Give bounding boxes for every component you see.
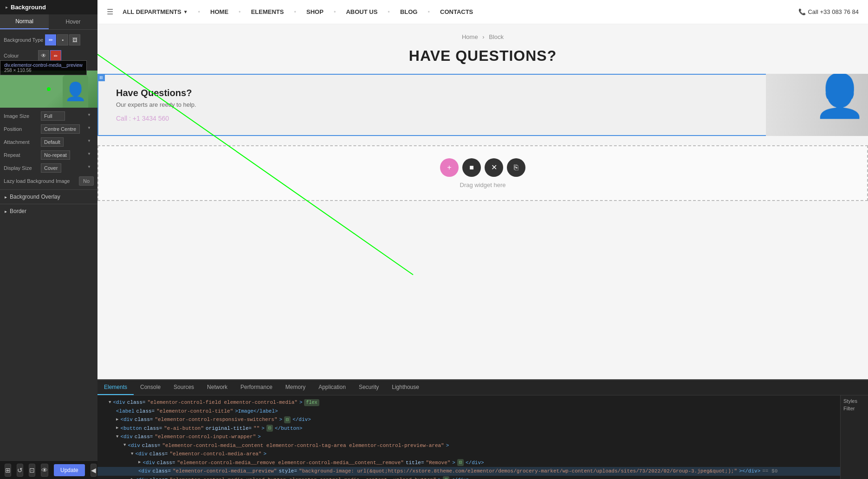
code-badge-4[interactable]: ⊡ bbox=[266, 425, 273, 432]
devtab-memory[interactable]: Memory bbox=[279, 380, 312, 395]
bg-type-square[interactable]: ▪ bbox=[57, 34, 68, 45]
bg-type-image[interactable]: 🖼 bbox=[69, 34, 80, 45]
devtab-elements[interactable]: Elements bbox=[97, 380, 134, 395]
code-line-7: ▼ <div class= "elementor-control-media-a… bbox=[97, 450, 840, 459]
devtools-code-panel: ▼ <div class= "elementor-control-field e… bbox=[97, 395, 840, 479]
devtab-performance[interactable]: Performance bbox=[234, 380, 279, 395]
image-size-label: Image Size bbox=[4, 113, 41, 119]
image-size-select[interactable]: Full Auto Custom bbox=[41, 111, 65, 121]
position-wrapper: Centre Centre bbox=[41, 124, 94, 134]
code-badge-8[interactable]: ⊡ bbox=[457, 459, 464, 466]
code-badge-flex-1[interactable]: flex bbox=[304, 399, 319, 406]
filter-label[interactable]: Filter bbox=[843, 406, 865, 411]
image-preview[interactable]: 👤 bbox=[0, 71, 97, 108]
border-section[interactable]: ▸ Border bbox=[0, 204, 97, 218]
devtab-lighthouse[interactable]: Lighthouse bbox=[385, 380, 426, 395]
drag-widget-area[interactable]: + ■ ✕ ⎘ Drag widget here bbox=[97, 145, 868, 201]
colour-eye[interactable]: 👁 bbox=[38, 50, 49, 61]
colour-label: Colour bbox=[4, 53, 36, 58]
nav-shop[interactable]: SHOP bbox=[306, 8, 324, 15]
devtab-security[interactable]: Security bbox=[352, 380, 385, 395]
position-select[interactable]: Centre Centre bbox=[41, 124, 80, 134]
templates-icon-btn[interactable]: ⊡ bbox=[29, 464, 35, 477]
lazy-load-toggle[interactable]: No bbox=[79, 176, 94, 186]
code-tag-4b: > bbox=[261, 425, 265, 433]
widget-square-btn[interactable]: ■ bbox=[462, 158, 481, 177]
history-icon-btn[interactable]: ↺ bbox=[17, 464, 23, 477]
expand-arrow-4[interactable]: ▶ bbox=[116, 425, 118, 432]
expand-arrow-1[interactable]: ▼ bbox=[109, 400, 111, 406]
all-departments-link[interactable]: ALL DEPARTMENTS ▼ bbox=[123, 8, 188, 15]
questions-section[interactable]: Have Questions? Our experts are reedy to… bbox=[97, 74, 868, 136]
code-tag-10: <div bbox=[135, 476, 147, 479]
nav-about[interactable]: ABOUT US bbox=[346, 8, 377, 15]
attachment-label: Attachment bbox=[4, 139, 41, 145]
colour-pencil[interactable]: ✏ bbox=[50, 50, 61, 61]
code-attr-6: class= bbox=[142, 442, 161, 450]
select-controls: Image Size Full Auto Custom Position Cen… bbox=[0, 108, 97, 189]
questions-subtitle: Our experts are reedy to help. bbox=[116, 101, 849, 108]
code-badge-10[interactable]: ⊡ bbox=[443, 476, 449, 479]
code-tag-5: <div bbox=[120, 433, 132, 441]
code-tag-8: <div bbox=[143, 459, 155, 467]
code-val-7: "elementor-control-media-area" bbox=[169, 450, 261, 458]
expand-arrow-6[interactable]: ▼ bbox=[123, 442, 126, 449]
nav-blog[interactable]: BLOG bbox=[400, 8, 418, 15]
breadcrumb-home[interactable]: Home bbox=[462, 33, 478, 40]
code-attr-8: class= bbox=[157, 459, 175, 467]
code-val-8b: "Remove" bbox=[426, 459, 451, 467]
border-arrow: ▸ bbox=[5, 209, 7, 214]
breadcrumb: Home › Block bbox=[97, 24, 868, 45]
section-handle[interactable]: ⊞ bbox=[97, 74, 105, 81]
expand-arrow-7[interactable]: ▼ bbox=[131, 451, 133, 458]
code-tag-10b: > bbox=[438, 476, 441, 479]
collapse-panel-btn[interactable]: ◀ bbox=[91, 464, 97, 477]
nav-dot-6: • bbox=[428, 8, 430, 15]
widget-add-btn[interactable]: + bbox=[440, 158, 459, 177]
nav-contacts[interactable]: CONTACTS bbox=[440, 8, 473, 15]
code-tag-3c: </div> bbox=[292, 416, 311, 424]
plus-icon: + bbox=[447, 163, 451, 172]
devtab-application[interactable]: Application bbox=[312, 380, 352, 395]
widget-x-btn[interactable]: ✕ bbox=[485, 158, 503, 177]
code-line-3: ▶ <div class= "elementor-control-respons… bbox=[97, 415, 840, 424]
code-attr-4: class= bbox=[144, 425, 162, 433]
panel-header-arrow: ▸ bbox=[6, 5, 8, 10]
display-size-select[interactable]: Cover bbox=[41, 163, 61, 173]
repeat-select[interactable]: No-repeat bbox=[41, 150, 70, 160]
devtab-sources[interactable]: Sources bbox=[167, 380, 201, 395]
devtab-console[interactable]: Console bbox=[134, 380, 167, 395]
devtab-network[interactable]: Network bbox=[201, 380, 234, 395]
bg-overlay-label: Background Overlay bbox=[10, 194, 60, 200]
styles-label[interactable]: Styles bbox=[843, 398, 865, 404]
expand-arrow-3[interactable]: ▶ bbox=[116, 417, 118, 423]
attachment-select[interactable]: Default bbox=[41, 137, 64, 147]
tab-normal[interactable]: Normal bbox=[0, 14, 49, 29]
layers-icon-btn[interactable]: ⊞ bbox=[5, 464, 11, 477]
bg-type-row: Background Type ✏ ▪ 🖼 bbox=[4, 34, 94, 45]
widget-copy-btn[interactable]: ⎘ bbox=[507, 158, 525, 177]
bg-overlay-section[interactable]: ▸ Background Overlay bbox=[0, 189, 97, 204]
bg-type-pencil[interactable]: ✏ bbox=[45, 34, 56, 45]
repeat-row: Repeat No-repeat bbox=[4, 150, 94, 160]
code-line-1: ▼ <div class= "elementor-control-field e… bbox=[97, 398, 840, 407]
eye-icon-btn[interactable]: 👁 bbox=[41, 464, 48, 477]
nav-home[interactable]: HOME bbox=[210, 8, 228, 15]
panel-bottom-toolbar: ⊞ ↺ ⊡ 👁 Update ◀ bbox=[0, 460, 97, 479]
expand-arrow-5[interactable]: ▼ bbox=[116, 434, 118, 440]
code-line-9[interactable]: <div class= "elementor-control-media__pr… bbox=[97, 467, 840, 476]
hamburger-icon[interactable]: ☰ bbox=[107, 7, 113, 16]
square-icon: ■ bbox=[469, 163, 474, 172]
repeat-label: Repeat bbox=[4, 152, 41, 158]
green-dot bbox=[47, 87, 51, 91]
tab-hover[interactable]: Hover bbox=[49, 14, 97, 29]
code-attr-3: class= bbox=[135, 416, 153, 424]
expand-arrow-8[interactable]: ▶ bbox=[138, 460, 141, 466]
code-tag-4c: </button> bbox=[275, 425, 302, 433]
code-val-4b: "" bbox=[253, 425, 259, 433]
nav-elements[interactable]: ELEMENTS bbox=[251, 8, 284, 15]
questions-title: Have Questions? bbox=[116, 88, 849, 98]
code-badge-3[interactable]: ⊡ bbox=[284, 416, 291, 423]
update-button[interactable]: Update bbox=[54, 464, 85, 476]
expand-arrow-10[interactable]: ▶ bbox=[131, 477, 133, 479]
